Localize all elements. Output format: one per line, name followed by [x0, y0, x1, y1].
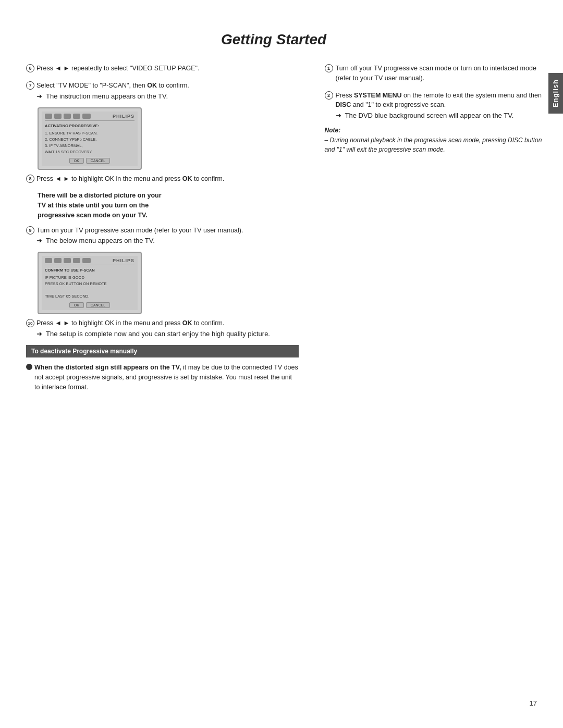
step-8: 8 Press ◄ ► to highlight OK in the menu … — [26, 174, 299, 184]
page-number: 17 — [530, 699, 537, 707]
tv-buttons-1: OK CANCEL — [45, 158, 134, 164]
tv-brand-2: PHILIPS — [113, 258, 134, 263]
step-6-content: Press ◄ ► repeatedly to select "VIDEO SE… — [36, 64, 299, 73]
note-text: – During normal playback in the progress… — [325, 135, 548, 154]
step-6-num: 6 — [26, 64, 34, 72]
step-9-num: 9 — [26, 226, 34, 235]
when-text: When the distorted sign still appears on… — [34, 363, 299, 392]
tv-screen-2-inner: PHILIPS CONFIRM TO USE P-SCAN IF PICTURE… — [42, 256, 138, 310]
right-step-2-arrow-text: The DVD blue background screen will appe… — [345, 112, 514, 119]
step-7-arrow: ➜ The instruction menu appears on the TV… — [36, 92, 299, 100]
step-6: 6 Press ◄ ► repeatedly to select "VIDEO … — [26, 64, 299, 73]
step-8-content: Press ◄ ► to highlight OK in the menu an… — [36, 174, 299, 184]
arrow-icon-10: ➜ — [36, 330, 44, 338]
step-9-arrow-text: The below menu appears on the TV. — [46, 237, 155, 244]
right-step-2-num: 2 — [325, 91, 333, 100]
step-7-num: 7 — [26, 81, 34, 90]
step-8-text: Press ◄ ► to highlight OK in the menu an… — [36, 174, 299, 184]
tv-screen-1-inner: PHILIPS ACTIVATING PROGRESSIVE: 1. ENSUR… — [42, 112, 138, 166]
tv-toolbar-1: PHILIPS — [45, 114, 134, 121]
step-10-arrow-text: The setup is complete now and you can st… — [46, 330, 270, 338]
tv-brand-1: PHILIPS — [113, 114, 134, 119]
tv-line-2-title: CONFIRM TO USE P-SCAN — [45, 267, 134, 274]
step-10-content: Press ◄ ► to highlight OK in the menu an… — [36, 318, 299, 338]
note-title: Note: — [325, 127, 548, 134]
english-tab: English — [548, 73, 563, 114]
right-step-2-arrow: ➜ The DVD blue background screen will ap… — [336, 112, 548, 119]
tv-line-1-3: 3. IF TV ABNORMAL, — [45, 143, 134, 149]
tv-icon-1e — [82, 114, 91, 119]
step-9: 9 Turn on your TV progressive scan mode … — [26, 226, 299, 245]
tv-buttons-2: OK CANCEL — [45, 302, 134, 308]
tv-icon-1d — [73, 114, 80, 119]
arrow-icon-9: ➜ — [36, 237, 44, 244]
arrow-icon-7: ➜ — [36, 92, 44, 100]
step-8-num: 8 — [26, 175, 34, 183]
tv-toolbar-2: PHILIPS — [45, 258, 134, 265]
when-content: When the distorted sign still appears on… — [34, 363, 299, 392]
tv-icon-2c — [64, 258, 71, 263]
step-7-arrow-text: The instruction menu appears on the TV. — [46, 92, 168, 100]
step-7-text: Select "TV MODE" to "P-SCAN", then OK to… — [36, 81, 299, 91]
right-step-1: 1 Turn off your TV progressive scan mode… — [325, 64, 548, 83]
tv-line-2-4: TIME LAST 05 SECOND. — [45, 293, 134, 300]
tv-btn-ok-1: OK — [69, 158, 84, 164]
tv-text-1: ACTIVATING PROGRESSIVE: 1. ENSURE TV HAS… — [45, 123, 134, 155]
right-step-2: 2 Press SYSTEM MENU on the remote to exi… — [325, 91, 548, 120]
tv-icon-1b — [54, 114, 62, 119]
circle-bullet — [26, 364, 32, 370]
tv-icon-2e — [82, 258, 91, 263]
page-title: Getting Started — [221, 31, 326, 47]
content-area: 6 Press ◄ ► repeatedly to select "VIDEO … — [0, 64, 563, 399]
tv-line-1-1: 1. ENSURE TV HAS P-SCAN. — [45, 130, 134, 137]
note-body: During normal playback in the progressiv… — [325, 137, 542, 153]
tv-line-2-1: IF PICTURE IS GOOD — [45, 275, 134, 281]
distorted-warning-text: There will be a distorted picture on you… — [38, 191, 299, 220]
step-10-text: Press ◄ ► to highlight OK in the menu an… — [36, 318, 299, 328]
right-column: 1 Turn off your TV progressive scan mode… — [320, 64, 548, 399]
step-10-arrow: ➜ The setup is complete now and you can … — [36, 330, 299, 338]
tv-icon-1c — [64, 114, 71, 119]
deactivate-banner: To deactivate Progressive manually — [26, 345, 299, 357]
tv-line-1-2: 2. CONNECT YPbPb CABLE. — [45, 137, 134, 143]
tv-screen-1: PHILIPS ACTIVATING PROGRESSIVE: 1. ENSUR… — [38, 107, 142, 170]
step-9-text: Turn on your TV progressive scan mode (r… — [36, 226, 299, 236]
step-9-arrow: ➜ The below menu appears on the TV. — [36, 237, 299, 244]
note-dash: – — [325, 137, 330, 144]
tv-line-1-4: WAIT 15 SEC RECOVERY. — [45, 149, 134, 155]
tv-btn-ok-2: OK — [69, 302, 84, 308]
right-step-1-content: Turn off your TV progressive scan mode o… — [336, 64, 548, 83]
tv-btn-cancel-2: CANCEL — [86, 302, 110, 308]
tv-line-2-3 — [45, 287, 134, 293]
distorted-warning: There will be a distorted picture on you… — [38, 191, 299, 220]
tv-icon-2b — [54, 258, 62, 263]
note-box: Note: – During normal playback in the pr… — [325, 127, 548, 154]
step-7-content: Select "TV MODE" to "P-SCAN", then OK to… — [36, 81, 299, 100]
tv-icon-1a — [45, 114, 52, 119]
tv-btn-cancel-1: CANCEL — [86, 158, 110, 164]
step-6-text: Press ◄ ► repeatedly to select "VIDEO SE… — [36, 64, 299, 73]
right-step-1-text: Turn off your TV progressive scan mode o… — [336, 64, 548, 83]
page-header: Getting Started — [0, 31, 563, 48]
tv-line-2-2: PRESS OK BUTTON ON REMOTE — [45, 281, 134, 287]
step-10: 10 Press ◄ ► to highlight OK in the menu… — [26, 318, 299, 338]
page-container: English Getting Started 6 Press ◄ ► repe… — [0, 0, 563, 728]
step-7: 7 Select "TV MODE" to "P-SCAN", then OK … — [26, 81, 299, 100]
right-step-2-content: Press SYSTEM MENU on the remote to exit … — [336, 91, 548, 120]
right-step-2-text: Press SYSTEM MENU on the remote to exit … — [336, 91, 548, 110]
tv-line-1-title: ACTIVATING PROGRESSIVE: — [45, 123, 134, 129]
arrow-icon-r2: ➜ — [336, 112, 343, 119]
step-10-num: 10 — [26, 319, 34, 327]
tv-icon-2a — [45, 258, 52, 263]
tv-screen-2: PHILIPS CONFIRM TO USE P-SCAN IF PICTURE… — [38, 252, 142, 314]
when-item: When the distorted sign still appears on… — [26, 363, 299, 392]
tv-icon-2d — [73, 258, 80, 263]
left-column: 6 Press ◄ ► repeatedly to select "VIDEO … — [26, 64, 304, 399]
step-9-content: Turn on your TV progressive scan mode (r… — [36, 226, 299, 245]
right-step-1-num: 1 — [325, 64, 333, 72]
tv-text-2: CONFIRM TO USE P-SCAN IF PICTURE IS GOOD… — [45, 267, 134, 300]
